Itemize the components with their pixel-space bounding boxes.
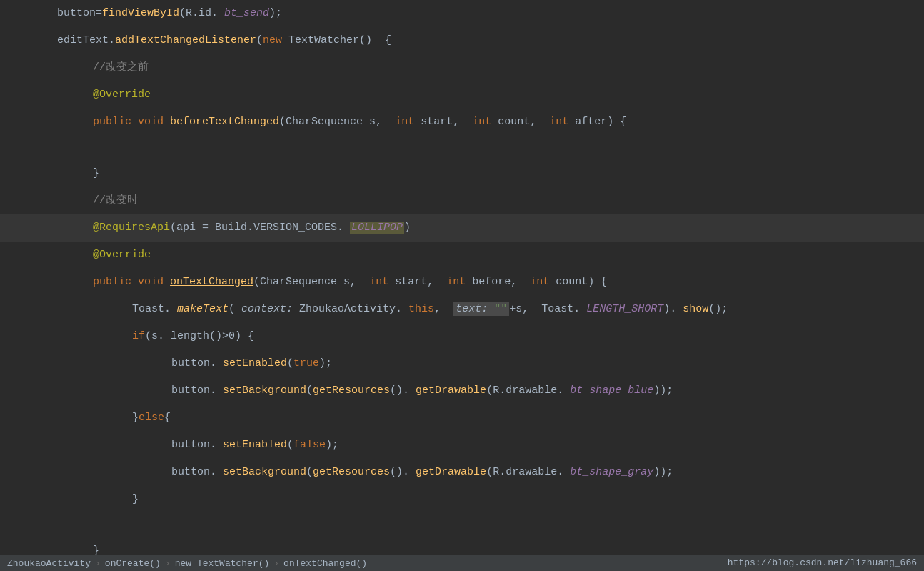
code-token: button=findViewById(R.id. bt_send); <box>57 1 282 26</box>
code-token: @RequiresApi(api = Build.VERSION_CODES. … <box>93 216 411 240</box>
code-line-empty <box>0 136 924 160</box>
code-line: } <box>0 537 924 557</box>
code-line: if(s. length()>0) { <box>0 323 924 350</box>
breadcrumb-separator: › <box>273 558 279 569</box>
code-token: button. setEnabled(false); <box>171 433 338 457</box>
code-line: button. setBackground(getResources(). ge… <box>0 377 924 404</box>
breadcrumb-item[interactable]: onTextChanged() <box>283 558 367 569</box>
breadcrumb-separator: › <box>95 558 101 569</box>
code-line-empty <box>0 513 924 537</box>
code-token: }else{ <box>132 406 171 430</box>
code-token: button. setEnabled(true); <box>171 352 332 376</box>
code-line: button. setBackground(getResources(). ge… <box>0 459 924 486</box>
breadcrumb-item[interactable]: new TextWatcher() <box>175 558 270 569</box>
code-editor: button=findViewById(R.id. bt_send); edit… <box>0 0 924 557</box>
code-line: @Override <box>0 81 924 109</box>
code-line: public void beforeTextChanged(CharSequen… <box>0 109 924 136</box>
code-token: } <box>132 487 139 512</box>
code-line: } <box>0 160 924 187</box>
code-line: button. setEnabled(true); <box>0 350 924 377</box>
bottom-bar: ZhoukaoActivity › onCreate() › new TextW… <box>0 555 924 571</box>
code-line-comment: //改变时 <box>0 187 924 214</box>
code-line: @Override <box>0 242 924 269</box>
breadcrumb-item[interactable]: onCreate() <box>105 558 161 569</box>
comment-token: //改变之前 <box>93 56 149 80</box>
code-token: public void onTextChanged(CharSequence s… <box>93 270 607 294</box>
watermark-text: https://blog.csdn.net/lizhuang_666 <box>728 555 917 571</box>
code-token: button. setBackground(getResources(). ge… <box>171 460 673 485</box>
code-token: editText.addTextChangedListener(new Text… <box>57 29 391 53</box>
breadcrumb-separator: › <box>165 558 171 569</box>
comment-token: //改变时 <box>93 189 138 213</box>
code-line: button=findViewById(R.id. bt_send); <box>0 0 924 27</box>
code-token: public void beforeTextChanged(CharSequen… <box>93 110 626 134</box>
breadcrumb-item[interactable]: ZhoukaoActivity <box>7 558 91 569</box>
code-line-requires-api: @RequiresApi(api = Build.VERSION_CODES. … <box>0 214 924 242</box>
annotation-token: @Override <box>93 83 151 107</box>
code-token: } <box>93 162 99 186</box>
breadcrumb: ZhoukaoActivity › onCreate() › new TextW… <box>7 558 367 569</box>
code-line: } <box>0 486 924 513</box>
code-line: editText.addTextChangedListener(new Text… <box>0 27 924 54</box>
code-line-comment: //改变之前 <box>0 54 924 81</box>
code-line: button. setEnabled(false); <box>0 432 924 459</box>
code-token: Toast. makeText( context: ZhoukaoActivit… <box>132 297 728 322</box>
code-line: Toast. makeText( context: ZhoukaoActivit… <box>0 296 924 323</box>
code-line: }else{ <box>0 404 924 432</box>
code-token: if(s. length()>0) { <box>132 324 254 349</box>
annotation-token: @Override <box>93 243 151 267</box>
code-line: public void onTextChanged(CharSequence s… <box>0 269 924 296</box>
code-token: button. setBackground(getResources(). ge… <box>171 379 673 403</box>
